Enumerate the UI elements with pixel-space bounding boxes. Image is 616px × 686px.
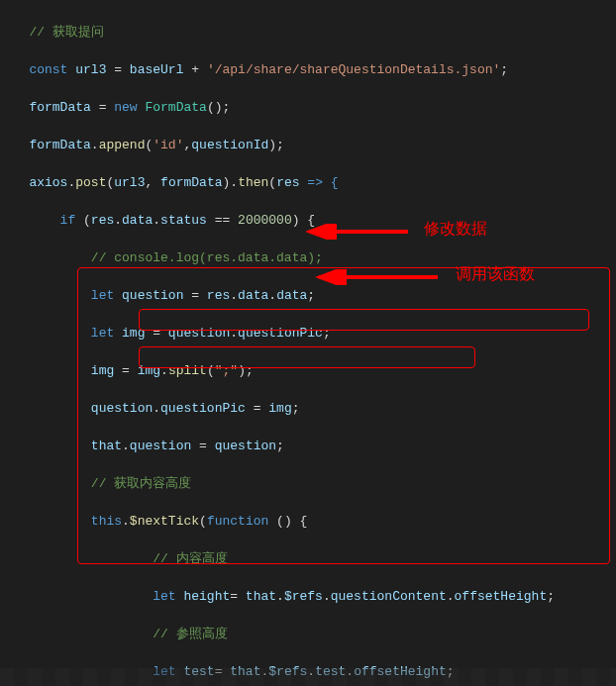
- code-line: this.$nextTick(function () {: [6, 512, 610, 531]
- tok: res: [199, 288, 230, 303]
- comment: // 内容高度: [153, 551, 227, 566]
- code-line: let height= that.$refs.questionContent.o…: [6, 587, 610, 606]
- tok: +: [191, 62, 199, 77]
- tok: .: [276, 589, 284, 604]
- tok: .: [160, 363, 168, 378]
- comment: // 参照高度: [153, 627, 227, 641]
- tok: let: [153, 589, 175, 604]
- tok: 2000000: [238, 213, 292, 228]
- tok: baseUrl: [122, 62, 191, 77]
- tok: append: [99, 138, 146, 152]
- bottom-blur-strip: [0, 668, 616, 686]
- code-line: // 内容高度: [6, 549, 610, 568]
- tok: axios: [29, 175, 67, 190]
- code-line: // 获取提问: [6, 23, 610, 42]
- tok: ;: [323, 326, 331, 341]
- tok: let: [91, 288, 114, 303]
- tok: ;: [500, 62, 508, 77]
- tok: res: [276, 175, 299, 190]
- tok: =: [153, 326, 160, 341]
- tok: .: [122, 514, 130, 529]
- tok: formData: [160, 175, 222, 190]
- tok: =: [122, 363, 130, 378]
- tok: FormData: [145, 100, 206, 115]
- tok: ;: [307, 288, 315, 303]
- tok: .: [230, 326, 238, 341]
- tok: question: [130, 439, 191, 453]
- tok: (: [75, 213, 91, 228]
- tok: status: [160, 213, 207, 228]
- tok: function: [207, 514, 268, 529]
- tok: if: [60, 213, 76, 228]
- tok: questionContent: [331, 589, 447, 604]
- tok: );: [238, 363, 254, 378]
- tok: =: [246, 401, 268, 416]
- tok: let: [91, 326, 114, 341]
- tok: =: [191, 288, 199, 303]
- tok: question: [160, 326, 230, 341]
- tok: img: [114, 326, 153, 341]
- tok: new: [106, 100, 145, 115]
- code-line: question.questionPic = img;: [6, 399, 610, 418]
- tok: () {: [268, 514, 307, 529]
- code-editor: // 获取提问 const url3 = baseUrl + '/api/sha…: [0, 0, 616, 686]
- tok: ();: [207, 100, 230, 115]
- tok: ==: [207, 213, 238, 228]
- code-line: let question = res.data.data;: [6, 286, 610, 305]
- tok: .: [153, 401, 160, 416]
- comment: // 获取内容高度: [91, 476, 191, 491]
- tok: .: [153, 213, 160, 228]
- tok: =: [230, 589, 246, 604]
- tok: .: [122, 439, 130, 453]
- tok: ";": [215, 363, 238, 378]
- tok: .: [268, 288, 276, 303]
- tok: (: [268, 175, 276, 190]
- tok: questionPic: [238, 326, 323, 341]
- tok: =: [191, 439, 214, 453]
- tok: ).: [223, 175, 239, 190]
- tok: post: [75, 175, 106, 190]
- tok: $refs: [284, 589, 323, 604]
- tok: question: [215, 439, 276, 453]
- code-line: formData.append('id',questionId);: [6, 136, 610, 154]
- tok: =: [114, 62, 122, 77]
- tok: formData: [29, 100, 98, 115]
- tok: data: [238, 288, 268, 303]
- tok: question: [91, 401, 153, 416]
- tok: questionId: [191, 138, 268, 152]
- code-line: if (res.data.status == 2000000) {: [6, 211, 610, 230]
- comment: // 获取提问: [29, 25, 103, 40]
- tok: .: [323, 589, 331, 604]
- code-line: formData = new FormData();: [6, 98, 610, 117]
- tok: data: [122, 213, 153, 228]
- tok: (: [207, 363, 215, 378]
- tok: height: [176, 589, 231, 604]
- tok: res: [91, 213, 114, 228]
- tok: then: [238, 175, 268, 190]
- tok: split: [168, 363, 207, 378]
- tok: .: [91, 138, 99, 152]
- code-line: axios.post(url3, formData).then(res => {: [6, 173, 610, 192]
- tok: data: [276, 288, 307, 303]
- tok: .: [447, 589, 455, 604]
- tok: url3: [67, 62, 114, 77]
- tok: ;: [276, 439, 284, 453]
- tok: .: [230, 288, 238, 303]
- tok: questionPic: [160, 401, 246, 416]
- code-line: // 参照高度: [6, 625, 610, 643]
- code-line: const url3 = baseUrl + '/api/share/share…: [6, 60, 610, 79]
- tok: $nextTick: [130, 514, 199, 529]
- code-line: // console.log(res.data.data);: [6, 248, 610, 267]
- tok: that: [91, 439, 122, 453]
- tok: img: [268, 401, 291, 416]
- tok: (: [199, 514, 207, 529]
- tok: img: [130, 363, 160, 378]
- code-line: let img = question.questionPic;: [6, 324, 610, 343]
- code-line: img = img.split(";");: [6, 361, 610, 380]
- tok: question: [114, 288, 191, 303]
- tok: offsetHeight: [455, 589, 548, 604]
- tok: ) {: [292, 213, 315, 228]
- tok: this: [91, 514, 122, 529]
- tok: that: [246, 589, 276, 604]
- tok: formData: [29, 138, 90, 152]
